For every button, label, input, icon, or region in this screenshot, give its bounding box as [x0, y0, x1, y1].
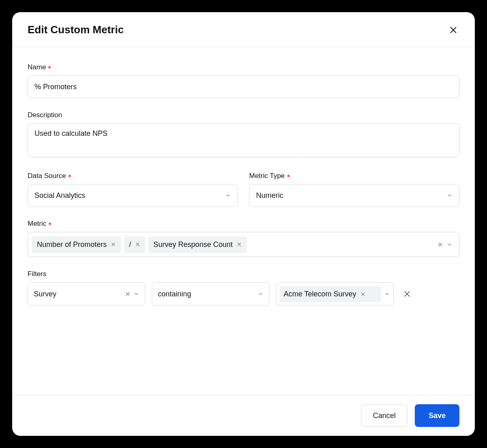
metric-token: Survey Response Count ✕	[149, 236, 247, 253]
filter-field-select[interactable]: Survey ✕	[28, 282, 145, 306]
chevron-down-icon[interactable]	[384, 291, 390, 297]
required-dot-icon	[287, 175, 290, 177]
metric-type-field-group: Metric Type Numeric	[249, 172, 459, 207]
edit-custom-metric-modal: Edit Custom Metric Name Description Used…	[12, 12, 475, 436]
metric-type-select[interactable]: Numeric	[249, 184, 459, 207]
remove-token-icon[interactable]: ✕	[237, 241, 242, 248]
filters-label: Filters	[28, 270, 459, 278]
metric-label: Metric	[28, 220, 459, 228]
required-dot-icon	[69, 175, 71, 177]
remove-token-icon[interactable]: ✕	[135, 241, 140, 248]
description-input[interactable]: Used to calculate NPS	[28, 123, 459, 157]
required-dot-icon	[49, 223, 51, 225]
filters-field-group: Filters Survey ✕ containing	[28, 270, 459, 306]
metric-formula-input[interactable]: Number of Promoters ✕ / ✕ Survey Respons…	[28, 232, 459, 257]
data-source-value: Social Analytics	[34, 191, 85, 200]
clear-filter-field-icon[interactable]: ✕	[125, 290, 130, 298]
chevron-down-icon	[258, 291, 263, 297]
cancel-button[interactable]: Cancel	[361, 404, 407, 427]
metric-token-operator: / ✕	[124, 236, 145, 253]
modal-header: Edit Custom Metric	[12, 12, 475, 47]
remove-filter-value-icon[interactable]: ✕	[360, 291, 366, 298]
chevron-down-icon	[134, 291, 139, 297]
metric-token: Number of Promoters ✕	[32, 236, 121, 253]
filter-operator-select[interactable]: containing	[152, 282, 269, 306]
metric-field-group: Metric Number of Promoters ✕ / ✕ Survey …	[28, 220, 459, 257]
remove-token-icon[interactable]: ✕	[111, 241, 116, 248]
close-icon[interactable]	[447, 24, 459, 36]
metric-box-controls: ✕	[437, 241, 455, 249]
metric-type-label: Metric Type	[249, 172, 459, 180]
data-source-field-group: Data Source Social Analytics	[28, 172, 238, 207]
metric-type-value: Numeric	[256, 191, 283, 200]
description-label: Description	[28, 111, 459, 119]
required-dot-icon	[48, 66, 51, 69]
chevron-down-icon[interactable]	[447, 242, 453, 247]
filter-value-tag: Acme Telecom Survey ✕	[280, 286, 381, 302]
data-source-label: Data Source	[28, 172, 238, 180]
chevron-down-icon	[447, 193, 453, 198]
filter-field-value: Survey	[34, 290, 56, 298]
save-button[interactable]: Save	[415, 404, 459, 427]
filter-operator-value: containing	[158, 290, 191, 298]
modal-title: Edit Custom Metric	[28, 24, 124, 36]
filter-value-input[interactable]: Acme Telecom Survey ✕	[276, 282, 394, 306]
data-source-select[interactable]: Social Analytics	[28, 184, 238, 207]
name-field-group: Name	[28, 63, 459, 98]
remove-filter-row-icon[interactable]	[400, 282, 414, 306]
description-field-group: Description Used to calculate NPS	[28, 111, 459, 159]
name-label: Name	[28, 63, 459, 71]
modal-footer: Cancel Save	[12, 395, 475, 436]
name-input[interactable]	[28, 75, 459, 98]
modal-body: Name Description Used to calculate NPS D…	[12, 47, 475, 395]
filter-row: Survey ✕ containing	[28, 282, 459, 306]
clear-all-icon[interactable]: ✕	[437, 241, 443, 249]
chevron-down-icon	[225, 193, 231, 198]
